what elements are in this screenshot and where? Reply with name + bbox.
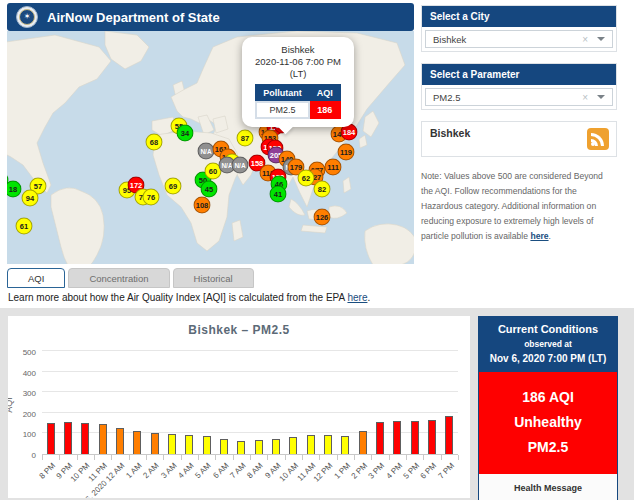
seal-eagle-icon: ✶ <box>19 9 35 25</box>
map-marker[interactable]: 68 <box>146 134 163 151</box>
map-marker[interactable]: 108 <box>194 197 211 214</box>
map-marker[interactable]: 94 <box>22 190 39 207</box>
clear-parameter-icon[interactable]: × <box>582 92 588 103</box>
rss-feed-icon[interactable] <box>587 128 609 150</box>
chart-bar[interactable] <box>81 423 89 454</box>
chart-bar[interactable] <box>393 421 401 454</box>
chart-bar[interactable] <box>324 435 332 454</box>
map-marker[interactable]: 34 <box>177 125 194 142</box>
world-map[interactable]: 51857946168553495172777669N/A50108456016… <box>7 31 414 264</box>
rss-card: Bishkek <box>421 121 617 157</box>
chart-bar[interactable] <box>307 435 315 454</box>
chart-x-tick-label: 6 AM <box>211 461 230 480</box>
chart-bar[interactable] <box>359 431 367 454</box>
chart-axis-tick <box>146 455 147 460</box>
chart-bar[interactable] <box>428 420 436 454</box>
chart-y-tick: 500 <box>23 348 36 357</box>
chart-bar[interactable] <box>376 422 384 454</box>
chart-bar[interactable] <box>445 416 453 454</box>
chart-category-slot: 2 PM <box>354 352 371 454</box>
chart-bar[interactable] <box>272 439 280 454</box>
chart-axis-tick <box>198 455 199 460</box>
tab-aqi[interactable]: AQI <box>7 268 65 288</box>
map-marker[interactable]: 126 <box>314 209 331 226</box>
parameter-select[interactable]: PM2.5 × <box>425 88 613 106</box>
note-prefix: Note: Values above 500 are considered Be… <box>421 171 603 241</box>
city-select[interactable]: Bishkek × <box>425 30 613 48</box>
chart-axis-tick <box>319 455 320 460</box>
chart-bar[interactable] <box>255 440 263 454</box>
chart-bar[interactable] <box>133 431 141 454</box>
chart-y-tick: 0 <box>32 451 36 460</box>
popup-col-aqi: AQI <box>309 84 340 102</box>
map-marker[interactable]: 87 <box>237 130 254 147</box>
chart-axis-tick <box>94 455 95 460</box>
popup-pollutant-value: PM2.5 <box>256 102 310 118</box>
map-marker[interactable]: 119 <box>338 144 355 161</box>
chart-bar[interactable] <box>64 422 72 454</box>
chart-x-tick-label: 4 PM <box>384 461 404 481</box>
map-marker[interactable]: 41 <box>270 186 287 203</box>
chart-bar[interactable] <box>116 428 124 454</box>
chart-bar[interactable] <box>220 439 228 454</box>
map-marker[interactable]: 111 <box>325 159 342 176</box>
sidebar: Select a City Bishkek × Select a Paramet… <box>421 5 617 244</box>
tab-historical[interactable]: Historical <box>173 268 254 288</box>
state-department-seal-icon: ✶ <box>16 6 38 28</box>
chart-axis-tick <box>267 455 268 460</box>
chart-axis-tick <box>337 455 338 460</box>
chart-bar[interactable] <box>47 423 55 454</box>
chart-category-slot: 11 PM <box>94 352 111 454</box>
chart-category-slot: 6 PM <box>423 352 440 454</box>
chart-bar[interactable] <box>203 436 211 454</box>
map-marker[interactable]: 45 <box>201 181 218 198</box>
chart-x-tick-label: 4 AM <box>176 461 195 480</box>
popup-col-pollutant: Pollutant <box>256 84 310 102</box>
chart-bar[interactable] <box>185 435 193 454</box>
chart-title: Bishkek – PM2.5 <box>8 323 470 337</box>
conditions-header: Current Conditions observed at Nov 6, 20… <box>479 317 617 372</box>
chart-category-slot: 12 PM <box>319 352 336 454</box>
tab-concentration[interactable]: Concentration <box>68 268 169 288</box>
map-marker[interactable]: 76 <box>143 189 160 206</box>
chart-category-slot: 3 PM <box>371 352 388 454</box>
parameter-select-card: Select a Parameter PM2.5 × <box>421 63 617 110</box>
tab-bar: AQIConcentrationHistorical <box>7 268 254 288</box>
chart-x-tick-label: 7 PM <box>436 461 456 481</box>
chart-category-slot: 4 AM <box>181 352 198 454</box>
chevron-down-icon[interactable] <box>597 37 605 41</box>
chart-bar[interactable] <box>411 421 419 454</box>
chart-bar[interactable] <box>289 437 297 454</box>
map-marker[interactable]: 61 <box>16 218 33 235</box>
aqi-note-text: Note: Values above 500 are considered Be… <box>421 169 617 244</box>
chart-bar[interactable] <box>151 433 159 454</box>
chart-bar[interactable] <box>99 424 107 454</box>
chart-plot: 8 PM9 PM10 PM11 PM06, 2020 12 AM1 AM2 AM… <box>42 352 458 455</box>
chart-category-slot: 10 AM <box>285 352 302 454</box>
chart-category-slot: 11 AM <box>302 352 319 454</box>
chart-bar[interactable] <box>237 441 245 454</box>
popup-datetime: 2020-11-06 7:00 PM <box>247 56 349 68</box>
conditions-aqi-block: 186 AQI Unhealthy PM2.5 <box>479 372 617 474</box>
map-marker[interactable]: 69 <box>165 178 182 195</box>
learn-more-suffix: . <box>367 292 370 303</box>
chart-bar[interactable] <box>341 436 349 454</box>
chart-axis-tick <box>441 455 442 460</box>
chart-axis-tick <box>111 455 112 460</box>
map-marker[interactable]: 62 <box>298 170 315 187</box>
chevron-down-icon[interactable] <box>597 95 605 99</box>
app-header: ✶ AirNow Department of State <box>7 3 414 31</box>
map-marker[interactable]: 82 <box>314 181 331 198</box>
chart-category-slot: 1 PM <box>337 352 354 454</box>
chart-category-slot: 06, 2020 12 AM <box>111 352 128 454</box>
chart-x-tick-label: 8 AM <box>246 461 265 480</box>
chart-x-tick-label: 2 PM <box>349 461 369 481</box>
note-here-link[interactable]: here <box>530 231 548 241</box>
city-select-header: Select a City <box>422 6 616 27</box>
chart-bar[interactable] <box>168 434 176 454</box>
map-marker[interactable]: N/A <box>232 157 249 174</box>
chart-bars: 8 PM9 PM10 PM11 PM06, 2020 12 AM1 AM2 AM… <box>42 352 458 454</box>
chart-gridline <box>42 350 458 351</box>
epa-here-link[interactable]: here <box>347 292 367 303</box>
clear-city-icon[interactable]: × <box>582 34 588 45</box>
